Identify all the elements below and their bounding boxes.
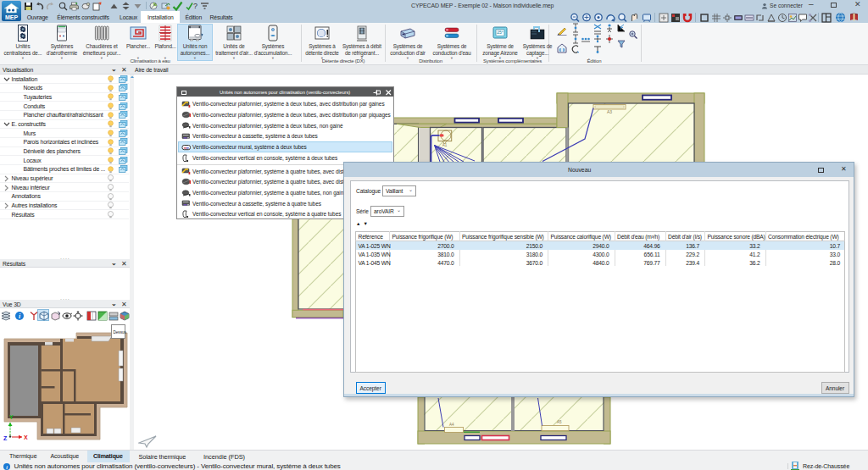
svg-text:Y: Y: [9, 414, 14, 420]
svg-text:X: X: [24, 434, 28, 440]
svg-text:A5: A5: [557, 420, 562, 424]
svg-text:A4: A4: [449, 423, 454, 427]
svg-text:Z: Z: [3, 435, 8, 441]
svg-text:A3: A3: [607, 109, 612, 114]
svg-text:A1: A1: [442, 143, 448, 147]
